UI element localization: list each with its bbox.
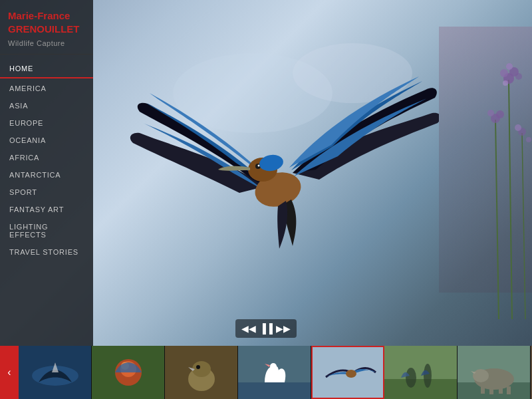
prev-arrow-button[interactable]: ‹ — [0, 346, 19, 399]
nav-oceania[interactable]: OCEANIA — [0, 132, 93, 149]
svg-point-5 — [258, 165, 260, 167]
logo-area: Marie-France GRENOUILLET Wildlife Captur… — [0, 0, 93, 55]
svg-point-35 — [270, 363, 277, 370]
svg-rect-46 — [481, 386, 485, 394]
nav-asia[interactable]: ASIA — [0, 97, 93, 114]
svg-rect-47 — [489, 386, 493, 394]
svg-point-1 — [293, 43, 412, 103]
thumbnail-4[interactable] — [238, 346, 311, 399]
svg-point-13 — [506, 63, 513, 70]
svg-point-37 — [346, 370, 356, 378]
thumbnail-1[interactable] — [19, 346, 92, 399]
svg-line-7 — [509, 80, 512, 319]
svg-rect-39 — [384, 379, 458, 399]
svg-rect-49 — [507, 386, 511, 394]
svg-point-16 — [496, 110, 504, 118]
thumbnail-6[interactable] — [384, 346, 458, 399]
svg-point-30 — [192, 361, 211, 377]
nav-travel-stories[interactable]: TRAVEL STORIES — [0, 243, 93, 261]
nav-africa[interactable]: AFRICA — [0, 149, 93, 166]
nav-fantasy-art[interactable]: FANTASY ART — [0, 201, 93, 218]
forward-button[interactable]: ▶▶ — [277, 322, 290, 335]
nav-america[interactable]: AMERICA — [0, 80, 93, 97]
nav-home[interactable]: HOME — [0, 60, 93, 78]
nav-sport[interactable]: SPORT — [0, 184, 93, 201]
thumbnail-2[interactable] — [92, 346, 165, 399]
thumbnail-5[interactable] — [311, 346, 384, 399]
svg-line-9 — [522, 133, 525, 319]
nav-lighting-effects[interactable]: LIGHTING EFFECTS — [0, 218, 93, 243]
svg-point-15 — [487, 110, 494, 116]
svg-rect-48 — [499, 386, 503, 394]
thumbnail-list — [19, 346, 532, 399]
svg-point-20 — [515, 73, 522, 80]
nav-antarctica[interactable]: ANTARCTICA — [0, 166, 93, 184]
nav-menu: HOME AMERICA ASIA EUROPE OCEANIA AFRICA … — [0, 60, 93, 261]
thumbnail-strip: ‹ — [0, 346, 532, 399]
thumbnail-7[interactable] — [458, 346, 531, 399]
svg-point-21 — [526, 137, 531, 142]
svg-point-40 — [406, 368, 416, 388]
svg-point-18 — [515, 124, 521, 131]
nav-europe[interactable]: EUROPE — [0, 114, 93, 132]
svg-rect-33 — [238, 382, 311, 399]
pause-button[interactable]: ▐▐ — [259, 322, 273, 335]
svg-point-11 — [500, 69, 508, 77]
logo-name: Marie-France GRENOUILLET — [8, 9, 85, 35]
svg-point-31 — [196, 365, 200, 369]
bird-image — [120, 40, 439, 332]
svg-point-41 — [424, 364, 432, 388]
logo-subtitle: Wildlife Capture — [8, 39, 85, 47]
thumbnail-3[interactable] — [165, 346, 238, 399]
svg-point-19 — [503, 80, 508, 86]
sidebar: Marie-France GRENOUILLET Wildlife Captur… — [0, 0, 93, 359]
flowers-svg — [426, 0, 532, 319]
media-controls: ◀◀ ▐▐ ▶▶ — [235, 319, 297, 338]
svg-line-8 — [495, 120, 499, 319]
svg-point-45 — [473, 369, 489, 382]
rewind-button[interactable]: ◀◀ — [242, 322, 255, 335]
